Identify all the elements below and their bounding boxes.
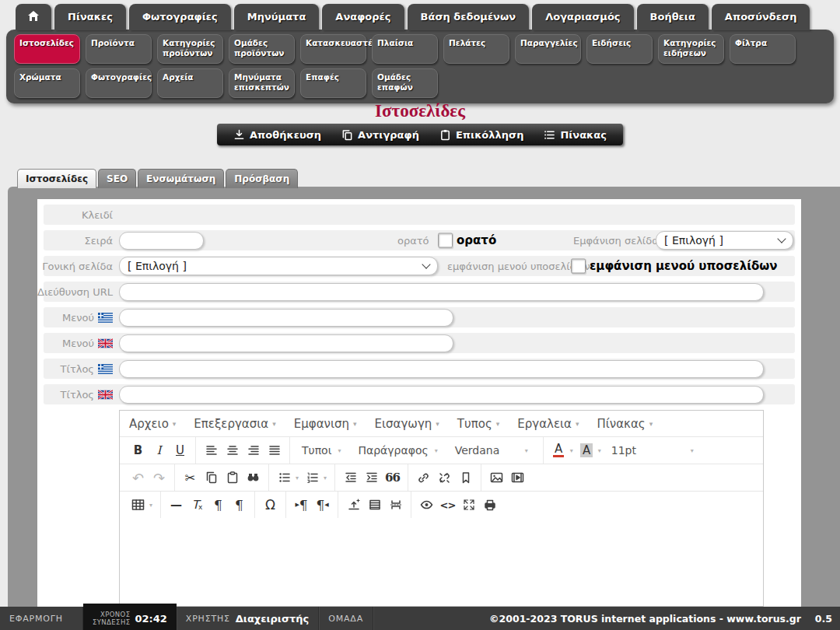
nav-tab-help[interactable]: Βοήθεια — [637, 4, 709, 30]
module-manufacturers[interactable]: Κατασκευαστές — [300, 34, 366, 64]
text-color-button[interactable]: A — [548, 440, 569, 460]
module-photos[interactable]: Φωτογραφίες — [86, 68, 152, 98]
module-orders[interactable]: Παραγγελίες — [515, 34, 581, 64]
copy-button[interactable]: Αντιγραφή — [331, 129, 429, 141]
cut-button[interactable]: ✂ — [180, 467, 201, 488]
visual-blocks-icon[interactable]: ¶ — [229, 495, 250, 515]
preview-button[interactable] — [416, 495, 437, 515]
module-filters[interactable]: Φίλτρα — [730, 34, 796, 64]
bold-button[interactable]: B — [128, 440, 149, 460]
source-code-button[interactable]: <> — [437, 495, 458, 515]
url-input[interactable] — [119, 283, 764, 301]
nav-tab-pinakes[interactable]: Πίνακες — [54, 4, 126, 30]
menu-table[interactable]: Πίνακας▾ — [597, 417, 653, 431]
module-colors[interactable]: Χρώματα — [14, 68, 80, 98]
align-justify-button[interactable] — [264, 440, 285, 460]
insert-media-button[interactable] — [507, 467, 528, 488]
insert-file-button[interactable] — [343, 495, 364, 515]
module-websites[interactable]: Ιστοσελίδες — [14, 34, 80, 64]
align-left-button[interactable] — [201, 440, 222, 460]
font-family-dropdown[interactable]: Verdana▾ — [448, 444, 538, 457]
anchor-bookmark-button[interactable] — [455, 467, 476, 488]
module-product-categories[interactable]: Κατηγορίες προϊόντων — [157, 34, 223, 64]
nav-tab-messages[interactable]: Μηνύματα — [234, 4, 320, 30]
page-display-select[interactable]: [ Επιλογή ] — [656, 231, 793, 250]
save-button[interactable]: Αποθήκευση — [223, 129, 331, 141]
align-right-button[interactable] — [243, 440, 264, 460]
undo-button[interactable]: ↶ — [128, 467, 149, 488]
chevron-down-icon[interactable]: ▾ — [598, 447, 601, 454]
menu-view[interactable]: Εμφανιση▾ — [294, 417, 357, 431]
page-break-button[interactable] — [385, 495, 406, 515]
nav-tab-database[interactable]: Βάση δεδομένων — [408, 4, 530, 30]
numbered-list-button[interactable] — [302, 467, 323, 488]
module-customers[interactable]: Πελάτες — [443, 34, 509, 64]
chevron-down-icon[interactable]: ▾ — [324, 474, 327, 481]
menu-insert[interactable]: Εισαγωγη▾ — [375, 417, 439, 431]
chevron-down-icon[interactable]: ▾ — [149, 502, 152, 509]
nav-tab-logout[interactable]: Αποσύνδεση — [712, 4, 810, 30]
styles-dropdown[interactable]: Τυποι▾ — [295, 444, 351, 457]
link-button[interactable] — [413, 467, 434, 488]
paste-button[interactable] — [222, 467, 243, 488]
menu-gr-input[interactable] — [119, 309, 453, 327]
indent-button[interactable] — [361, 467, 382, 488]
menu-format[interactable]: Τυπος▾ — [457, 417, 499, 431]
blockquote-button[interactable]: 66 — [382, 467, 403, 488]
bullet-list-button[interactable] — [274, 467, 295, 488]
chevron-down-icon[interactable]: ▾ — [296, 474, 299, 481]
title-gr-input[interactable] — [119, 360, 764, 378]
module-visitor-messages[interactable]: Μηνύματα επισκεπτών — [229, 68, 295, 98]
table-button[interactable] — [128, 495, 149, 515]
find-replace-button[interactable] — [243, 467, 264, 488]
tab-embed[interactable]: Ενσωμάτωση — [138, 169, 224, 188]
module-contact-groups[interactable]: Ομάδες επαφών — [372, 68, 438, 98]
editor-content[interactable] — [120, 518, 763, 606]
fullscreen-button[interactable] — [458, 495, 479, 515]
background-color-button[interactable]: A — [576, 440, 597, 460]
paste-button[interactable]: Επικόλληση — [429, 129, 534, 141]
unlink-button[interactable] — [434, 467, 455, 488]
chevron-down-icon[interactable]: ▾ — [570, 447, 573, 454]
italic-button[interactable]: I — [149, 440, 170, 460]
title-en-input[interactable] — [119, 386, 764, 404]
underline-button[interactable]: U — [170, 440, 191, 460]
outdent-button[interactable] — [340, 467, 361, 488]
block-format-dropdown[interactable]: Παράγραφος▾ — [351, 444, 447, 457]
order-input[interactable] — [119, 232, 204, 250]
tab-seo[interactable]: SEO — [98, 169, 136, 188]
copy-button[interactable] — [201, 467, 222, 488]
module-frames[interactable]: Πλαίσια — [372, 34, 438, 64]
module-news-categories[interactable]: Κατηγορίες ειδήσεων — [658, 34, 724, 64]
module-contacts[interactable]: Επαφές — [300, 68, 366, 98]
nav-tab-reports[interactable]: Αναφορές — [322, 4, 404, 30]
submenu-checkbox[interactable] — [571, 259, 586, 274]
insert-image-button[interactable] — [486, 467, 507, 488]
parent-page-select[interactable]: [ Επιλογή ] — [119, 257, 438, 275]
tab-access[interactable]: Πρόσβαση — [226, 169, 298, 188]
module-news[interactable]: Ειδήσεις — [586, 34, 653, 64]
visual-chars-icon[interactable]: ¶ — [208, 495, 229, 515]
module-products[interactable]: Προϊόντα — [86, 34, 152, 64]
nav-tab-account[interactable]: Λογαριασμός — [532, 4, 633, 30]
menu-en-input[interactable] — [119, 334, 453, 352]
menu-file[interactable]: Αρχειο▾ — [129, 417, 176, 431]
table-list-button[interactable]: Πίνακας — [534, 129, 617, 141]
tab-websites[interactable]: Ιστοσελίδες — [17, 169, 96, 188]
menu-edit[interactable]: Επεξεργασια▾ — [194, 417, 275, 431]
visible-checkbox[interactable] — [438, 233, 453, 248]
print-button[interactable] — [479, 495, 500, 515]
module-product-groups[interactable]: Ομάδες προϊόντων — [229, 34, 295, 64]
template-button[interactable] — [364, 495, 385, 515]
home-tab[interactable] — [16, 4, 51, 30]
rtl-button[interactable]: ¶◀ — [312, 495, 333, 515]
font-size-dropdown[interactable]: 11pt▾ — [604, 444, 704, 457]
redo-button[interactable]: ↷ — [149, 467, 170, 488]
special-character-button[interactable]: Ω — [260, 495, 281, 515]
module-files[interactable]: Αρχεία — [157, 68, 223, 98]
menu-tools[interactable]: Εργαλεια▾ — [517, 417, 579, 431]
align-center-button[interactable] — [222, 440, 243, 460]
horizontal-rule-button[interactable]: — — [166, 495, 187, 515]
clear-formatting-button[interactable]: Tx — [187, 495, 208, 515]
ltr-button[interactable]: ▶¶ — [291, 495, 312, 515]
